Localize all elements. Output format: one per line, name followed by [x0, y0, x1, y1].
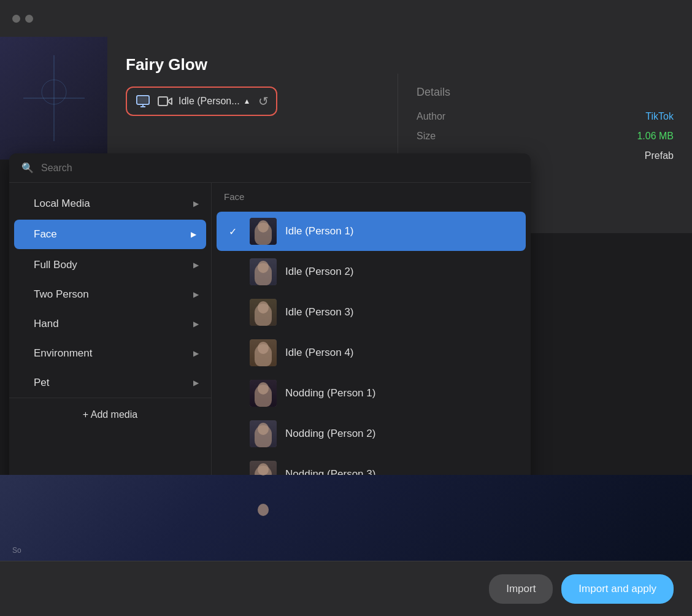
- refresh-button[interactable]: ↺: [258, 94, 269, 109]
- import-button[interactable]: Import: [489, 574, 553, 604]
- item-label: Idle (Person 2): [285, 266, 354, 278]
- content-header: Face: [212, 183, 531, 210]
- sidebar-item-label: Pet: [34, 377, 50, 389]
- item-label: Idle (Person 1): [285, 225, 354, 237]
- list-item[interactable]: Idle (Person 4): [217, 333, 526, 372]
- author-value: TikTok: [645, 111, 674, 122]
- top-bar: [0, 0, 692, 37]
- person-dropdown-button[interactable]: Idle (Person... ▲: [179, 96, 251, 107]
- size-row: Size 1.06 MB: [417, 131, 674, 142]
- sidebar-item-label: Local Media: [34, 198, 90, 210]
- sidebar-item-label: Face: [34, 228, 57, 241]
- details-title: Details: [417, 86, 674, 99]
- author-row: Author TikTok: [417, 111, 674, 122]
- item-avatar: [250, 420, 277, 447]
- avatar-image: [250, 339, 277, 366]
- add-media-button[interactable]: + Add media: [9, 398, 211, 431]
- list-item[interactable]: ✓ Idle (Person 1): [217, 212, 526, 251]
- item-label: Nodding (Person 1): [285, 387, 375, 399]
- sidebar-chevron-icon: ▶: [193, 199, 199, 208]
- monitor-icon[interactable]: [134, 93, 152, 110]
- header-section: Fairy Glow Idle (Person... ▲: [107, 37, 692, 160]
- sidebar-chevron-icon: ▶: [191, 230, 196, 239]
- preview-gradient: So: [0, 475, 692, 561]
- thumbnail-area: [0, 37, 107, 160]
- item-label: Idle (Person 4): [285, 347, 354, 359]
- list-item[interactable]: Nodding (Person 2): [217, 414, 526, 453]
- camera-icon[interactable]: [156, 93, 174, 110]
- sidebar-item-label: Two Person: [34, 288, 89, 301]
- item-avatar: [250, 339, 277, 366]
- minimize-btn[interactable]: [12, 15, 20, 23]
- item-avatar: [250, 258, 277, 285]
- sidebar-chevron-icon: ▶: [193, 290, 199, 299]
- dropdown-panel: 🔍 Local Media ▶ Face ▶ Full Body ▶ Two P…: [9, 153, 531, 526]
- sidebar-item-hand[interactable]: Hand ▶: [9, 309, 211, 339]
- sidebar-chevron-icon: ▶: [193, 320, 199, 328]
- window-controls: [12, 15, 33, 23]
- search-icon: 🔍: [21, 162, 34, 174]
- item-avatar: [250, 299, 277, 326]
- chevron-up-icon: ▲: [244, 97, 251, 106]
- sidebar-item-label: Full Body: [34, 259, 77, 271]
- size-label: Size: [417, 131, 436, 142]
- list-item[interactable]: Idle (Person 3): [217, 293, 526, 332]
- import-and-apply-button[interactable]: Import and apply: [561, 574, 674, 604]
- sidebar-item-face[interactable]: Face ▶: [14, 220, 206, 249]
- item-avatar: [250, 218, 277, 245]
- item-label: Idle (Person 3): [285, 306, 354, 318]
- search-input[interactable]: [41, 163, 518, 174]
- bottom-preview: So: [0, 475, 692, 561]
- sidebar-item-label: Environment: [34, 347, 92, 360]
- svg-rect-4: [138, 97, 148, 103]
- list-item[interactable]: Nodding (Person 1): [217, 374, 526, 413]
- item-avatar: [250, 380, 277, 407]
- avatar-image: [250, 299, 277, 326]
- sidebar-chevron-icon: ▶: [193, 349, 199, 358]
- size-value: 1.06 MB: [637, 131, 674, 142]
- sidebar-chevron-icon: ▶: [193, 379, 199, 387]
- maximize-btn[interactable]: [25, 15, 33, 23]
- sidebar-item-local-media[interactable]: Local Media ▶: [9, 189, 211, 218]
- sidebar-item-environment[interactable]: Environment ▶: [9, 339, 211, 368]
- sidebar-item-two-person[interactable]: Two Person ▶: [9, 280, 211, 309]
- effect-title: Fairy Glow: [126, 55, 674, 74]
- sidebar-item-label: Hand: [34, 318, 59, 330]
- search-bar: 🔍: [9, 153, 531, 183]
- avatar-image: [250, 420, 277, 447]
- avatar-image: [250, 258, 277, 285]
- avatar-image: [250, 380, 277, 407]
- type-value: Prefab: [645, 150, 674, 161]
- avatar-image: [250, 218, 277, 245]
- bottom-bar: Import Import and apply: [0, 561, 692, 616]
- sidebar-item-pet[interactable]: Pet ▶: [9, 368, 211, 398]
- svg-rect-7: [158, 97, 167, 106]
- sidebar-chevron-icon: ▶: [193, 261, 199, 269]
- check-icon: ✓: [229, 226, 241, 237]
- sidebar-item-full-body[interactable]: Full Body ▶: [9, 250, 211, 280]
- list-item[interactable]: Idle (Person 2): [217, 252, 526, 291]
- thumbnail-placeholder: [0, 37, 107, 160]
- preview-label: So: [12, 546, 21, 555]
- author-label: Author: [417, 111, 445, 122]
- toolbar: Idle (Person... ▲ ↺: [126, 87, 277, 116]
- item-label: Nodding (Person 2): [285, 428, 375, 440]
